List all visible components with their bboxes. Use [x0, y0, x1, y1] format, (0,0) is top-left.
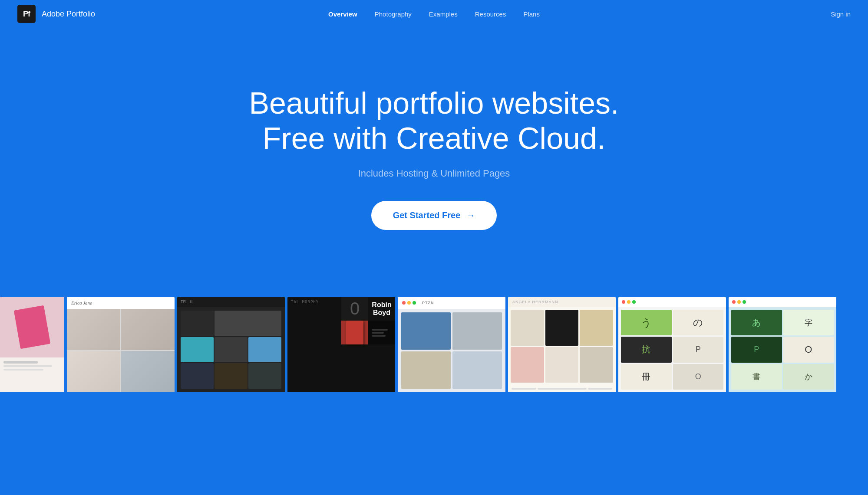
window-dot-yellow [627, 300, 630, 304]
grid-cell [215, 311, 281, 336]
stationery-cell [580, 347, 613, 383]
hero-title: Beautiful portfolio websites. Free with … [249, 86, 619, 156]
window-dot-green [743, 300, 746, 304]
text-line [3, 361, 38, 364]
showcase-strip: Erica Jane TEL U [0, 297, 868, 392]
kanji-cell: う [621, 310, 672, 335]
photo-cell [121, 309, 175, 350]
nav-link-resources[interactable]: Resources [475, 10, 506, 18]
portfolio-card-7: う の 抗 P 冊 O [618, 297, 726, 392]
portfolio-showcase: Erica Jane TEL U [0, 279, 868, 392]
brand-name: Adobe Portfolio [42, 10, 95, 19]
photo-cell [401, 351, 451, 389]
photo-cell [121, 351, 175, 392]
kanji-cell: の [673, 310, 724, 335]
photo-cell [401, 312, 451, 350]
window-dot-red [402, 301, 406, 305]
window-dot-green [413, 301, 416, 305]
grid-cell [181, 311, 214, 336]
window-dot-yellow [407, 301, 411, 305]
signin-link[interactable]: Sign in [831, 10, 851, 18]
stationery-cell [511, 310, 544, 346]
cta-label: Get Started Free [393, 210, 461, 220]
get-started-button[interactable]: Get Started Free → [371, 201, 497, 230]
navbar: Pf Adobe Portfolio Overview Photography … [0, 0, 868, 28]
rb-cell-book [341, 321, 368, 344]
portfolio-card-extra: あ 字 P O 書 か [729, 297, 836, 392]
nav-links: Overview Photography Examples Resources … [328, 10, 540, 18]
grid-cell [181, 363, 214, 389]
photo-cell [452, 351, 502, 389]
portfolio-card-4: TAL MORPHY 0 RobinBoyd [287, 297, 395, 392]
kanji-cell: O [673, 364, 724, 390]
decorative-book [14, 305, 51, 349]
portfolio-card-3: TEL U [177, 297, 285, 392]
nav-link-photography[interactable]: Photography [375, 10, 412, 18]
window-dot-yellow [737, 300, 741, 304]
portfolio-card-1 [0, 297, 64, 392]
photo-cell [67, 309, 120, 350]
nav-link-examples[interactable]: Examples [429, 10, 458, 18]
cta-arrow-icon: → [466, 210, 475, 220]
window-dot-red [622, 300, 625, 304]
portfolio-card-5: PTZN [398, 297, 505, 392]
window-dot-red [732, 300, 736, 304]
text-line [3, 369, 43, 370]
grid-cell [215, 363, 248, 389]
stationery-cell [545, 347, 579, 383]
brand: Pf Adobe Portfolio [17, 5, 95, 23]
stationery-cell [511, 347, 544, 383]
rb-cell-number: 0 [341, 297, 368, 321]
grid-cell [248, 337, 281, 363]
photo-cell [67, 351, 120, 392]
stationery-cell [545, 310, 579, 346]
rb-cell-name: RobinBoyd [368, 297, 395, 321]
hero-section: Beautiful portfolio websites. Free with … [0, 28, 868, 279]
kanji-cell: 抗 [621, 337, 672, 362]
grid-cell [248, 363, 281, 389]
portfolio-card-6: ANGELA HERRMANN [508, 297, 616, 392]
kanji-cell: 冊 [621, 364, 672, 390]
portfolio-card-2: Erica Jane [67, 297, 175, 392]
photo-cell [452, 312, 502, 350]
stationery-cell [580, 310, 613, 346]
grid-cell [181, 337, 214, 363]
text-line [3, 365, 52, 367]
grid-cell [215, 337, 248, 363]
portfolio-name: Erica Jane [71, 300, 92, 305]
rb-cell-text [368, 321, 395, 344]
hero-subtitle: Includes Hosting & Unlimited Pages [358, 168, 510, 179]
window-dot-green [632, 300, 636, 304]
brand-logo-icon: Pf [17, 5, 36, 23]
nav-link-overview[interactable]: Overview [328, 10, 357, 18]
kanji-cell: P [673, 337, 724, 362]
nav-link-plans[interactable]: Plans [523, 10, 540, 18]
